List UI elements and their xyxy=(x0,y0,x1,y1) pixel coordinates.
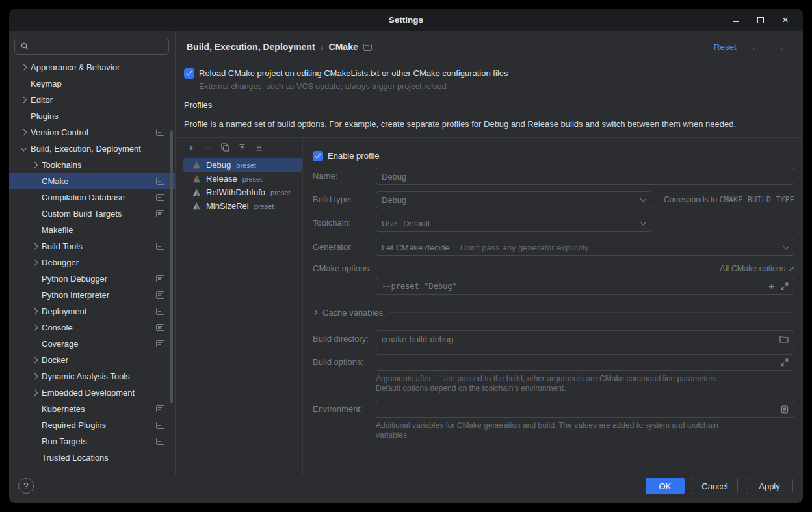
apply-button[interactable]: Apply xyxy=(746,478,793,494)
remove-profile-button[interactable]: − xyxy=(202,141,215,154)
build-type-note: Corresponds to CMAKE_BUILD_TYPE xyxy=(664,191,794,208)
sidebar-item-docker[interactable]: Docker xyxy=(9,352,175,368)
reload-cmake-hint: External changes, such as VCS update, al… xyxy=(199,82,447,91)
breadcrumb-parent[interactable]: Build, Execution, Deployment xyxy=(187,42,315,52)
forward-arrow-icon[interactable]: → xyxy=(775,42,785,53)
sidebar-item-kubernetes[interactable]: Kubernetes xyxy=(9,401,175,417)
profile-item-relwithdebinfo[interactable]: RelWithDebInfo preset xyxy=(183,185,302,199)
maximize-button[interactable] xyxy=(756,16,765,25)
build-type-select[interactable]: Debug xyxy=(376,191,651,208)
back-arrow-icon[interactable]: ← xyxy=(751,42,761,53)
project-config-icon xyxy=(156,308,164,315)
expand-icon[interactable] xyxy=(781,358,789,366)
breadcrumb-separator: › xyxy=(321,42,324,53)
profile-item-debug[interactable]: Debug preset xyxy=(183,158,302,172)
chevron-down-icon xyxy=(21,144,27,151)
environment-label: Environment: xyxy=(313,401,363,418)
copy-profile-button[interactable] xyxy=(218,141,231,154)
breadcrumb: Build, Execution, Deployment › CMake xyxy=(187,38,372,55)
search-icon xyxy=(20,42,29,51)
build-type-row: Build type: Debug Corresponds to CMAKE_B… xyxy=(313,191,794,208)
sidebar-scrollbar[interactable] xyxy=(170,130,173,403)
sidebar-item-console[interactable]: Console xyxy=(9,319,175,336)
build-options-field[interactable] xyxy=(376,354,794,371)
project-config-icon xyxy=(156,243,164,250)
plus-icon: + xyxy=(189,142,194,153)
footer-divider xyxy=(9,476,803,476)
profiles-section-title: Profiles xyxy=(184,100,212,110)
add-profile-button[interactable]: + xyxy=(185,141,198,154)
sidebar-item-editor[interactable]: Editor xyxy=(9,92,175,108)
ok-button[interactable]: OK xyxy=(646,478,685,494)
cmake-build-type-code: CMAKE_BUILD_TYPE xyxy=(719,195,794,204)
environment-field[interactable] xyxy=(376,401,794,418)
sidebar-item-compilation-database[interactable]: Compilation Database xyxy=(9,189,175,206)
sidebar-item-trusted-locations[interactable]: Trusted Locations xyxy=(9,450,175,466)
minimize-button[interactable] xyxy=(731,16,740,25)
sidebar-item-python-debugger[interactable]: Python Debugger xyxy=(9,271,175,287)
sidebar-item-makefile[interactable]: Makefile xyxy=(9,222,175,238)
sidebar-item-toolchains[interactable]: Toolchains xyxy=(9,157,175,173)
close-button[interactable]: × xyxy=(781,16,790,25)
sidebar-item-run-targets[interactable]: Run Targets xyxy=(9,433,175,450)
project-config-icon xyxy=(156,210,164,217)
sidebar-item-build-execution-deployment[interactable]: Build, Execution, Deployment xyxy=(9,141,175,157)
reset-link[interactable]: Reset xyxy=(714,42,737,52)
enable-profile-checkbox[interactable] xyxy=(313,151,323,161)
help-button[interactable]: ? xyxy=(18,478,34,494)
build-directory-row: Build directory: cmake-build-debug xyxy=(313,330,794,347)
add-option-icon[interactable]: + xyxy=(768,282,774,290)
reload-cmake-checkbox[interactable] xyxy=(184,68,194,79)
window-title: Settings xyxy=(9,9,803,31)
generator-select[interactable]: Let CMake decide Don't pass any generato… xyxy=(376,239,794,256)
build-directory-field[interactable]: cmake-build-debug xyxy=(376,330,794,347)
sidebar-item-dynamic-analysis-tools[interactable]: Dynamic Analysis Tools xyxy=(9,368,175,384)
variables-list-icon[interactable] xyxy=(781,405,789,414)
cancel-button[interactable]: Cancel xyxy=(692,478,738,494)
cmake-options-field[interactable]: --preset "Debug" + xyxy=(376,278,794,295)
sidebar-item-appearance-behavior[interactable]: Appearance & Behavior xyxy=(9,59,175,75)
sidebar-item-embedded-development[interactable]: Embedded Development xyxy=(9,384,175,401)
sidebar-item-deployment[interactable]: Deployment xyxy=(9,303,175,319)
project-config-icon xyxy=(156,438,164,445)
sidebar-item-build-tools[interactable]: Build Tools xyxy=(9,238,175,254)
sidebar-item-cmake[interactable]: CMake xyxy=(9,173,175,189)
sidebar-item-debugger[interactable]: Debugger xyxy=(9,254,175,271)
profile-item-release[interactable]: Release preset xyxy=(183,172,302,185)
name-label: Name: xyxy=(313,168,337,185)
folder-icon[interactable] xyxy=(779,335,789,343)
settings-sidebar: Appearance & Behavior Keymap Editor Plug… xyxy=(9,31,176,476)
expand-icon[interactable] xyxy=(781,282,789,290)
cache-variables-toggle[interactable]: Cache variables xyxy=(313,304,794,321)
sidebar-item-version-control[interactable]: Version Control xyxy=(9,124,175,141)
profile-item-minsizerel[interactable]: MinSizeRel preset xyxy=(183,199,302,213)
name-row: Name: Debug xyxy=(313,168,794,185)
chevron-right-icon xyxy=(32,357,38,364)
name-field[interactable]: Debug xyxy=(376,168,794,185)
breadcrumb-current: CMake xyxy=(329,42,358,52)
move-down-button[interactable] xyxy=(252,141,265,154)
cmake-options-label-row: CMake options: All CMake options ↗ xyxy=(313,260,794,277)
header-actions: Reset ← → xyxy=(714,38,785,55)
move-up-button[interactable] xyxy=(235,141,248,154)
build-options-label: Build options: xyxy=(313,354,363,371)
copy-icon xyxy=(221,143,229,152)
all-cmake-options-link[interactable]: All CMake options ↗ xyxy=(720,260,794,277)
project-config-icon xyxy=(156,291,164,299)
sidebar-item-coverage[interactable]: Coverage xyxy=(9,336,175,352)
generator-label: Generator: xyxy=(313,239,353,256)
toolchain-label: Toolchain: xyxy=(313,215,351,232)
chevron-right-icon xyxy=(32,162,38,168)
toolchain-select[interactable]: Use Default xyxy=(376,215,651,232)
sidebar-item-custom-build-targets[interactable]: Custom Build Targets xyxy=(9,206,175,222)
profiles-description: Profile is a named set of build options.… xyxy=(184,119,796,129)
sidebar-item-plugins[interactable]: Plugins xyxy=(9,108,175,124)
sidebar-item-required-plugins[interactable]: Required Plugins xyxy=(9,417,175,433)
sidebar-item-keymap[interactable]: Keymap xyxy=(9,75,175,92)
chevron-right-icon xyxy=(21,64,27,71)
sidebar-item-python-interpreter[interactable]: Python Interpreter xyxy=(9,287,175,303)
search-input[interactable] xyxy=(14,38,169,55)
toolchain-row: Toolchain: Use Default xyxy=(313,215,794,232)
reload-cmake-row: Reload CMake project on editing CMakeLis… xyxy=(184,68,508,79)
minimize-icon xyxy=(733,21,739,23)
